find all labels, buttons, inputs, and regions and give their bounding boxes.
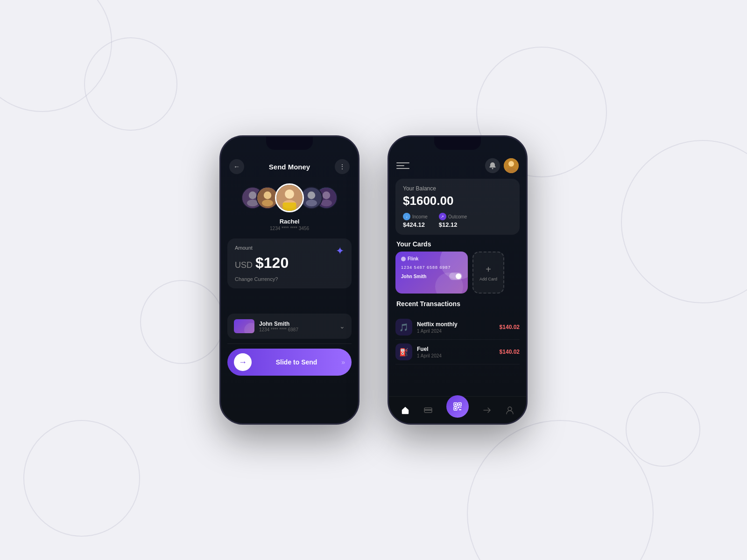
add-card-button[interactable]: + Add Card (472, 252, 504, 294)
balance-card: Your Balance $1600.00 ↓ Income $424.12 ↗… (395, 179, 520, 235)
brand-dot (401, 257, 406, 261)
svg-rect-21 (424, 409, 432, 411)
cards-row: Flink 1234 5487 6588 6987 John Smith + A… (389, 252, 526, 294)
svg-point-14 (323, 191, 331, 199)
txn-date-1: 1 April 2024 (417, 329, 458, 334)
svg-rect-30 (459, 409, 461, 410)
income-value: $424.12 (403, 221, 428, 228)
svg-point-18 (508, 161, 514, 167)
svg-point-15 (321, 200, 332, 207)
txn-icon-2: ⛽ (395, 343, 412, 360)
add-card-label: Add Card (479, 277, 497, 281)
svg-rect-9 (283, 203, 296, 211)
contact-account: 1234 **** **** 3456 (221, 226, 358, 231)
nav-qr-button[interactable] (446, 395, 469, 418)
card-selector-info: John Smith 1234 **** **** 6987 (259, 321, 298, 332)
outcome-value: $12.12 (439, 221, 467, 228)
transaction-item-1[interactable]: 🎵 Netflix monthly 1 April 2024 $140.02 (395, 315, 520, 340)
card-selector-left: John Smith 1234 **** **** 6987 (234, 319, 298, 333)
svg-point-1 (249, 191, 257, 199)
svg-rect-28 (458, 407, 459, 408)
transaction-item-2[interactable]: ⛽ Fuel 1 April 2024 $140.02 (395, 340, 520, 364)
phone-2: Your Balance $1600.00 ↓ Income $424.12 ↗… (388, 135, 528, 425)
avatar-svg (504, 158, 519, 173)
income-label: ↓ Income (403, 213, 428, 220)
back-button[interactable]: ← (229, 159, 244, 174)
cards-section-title: Your Cards (389, 238, 526, 252)
home-icon (401, 406, 410, 415)
menu-line-3 (396, 168, 409, 169)
card-icon (423, 406, 433, 415)
card-number: 1234 **** **** 6987 (259, 327, 298, 332)
menu-button[interactable] (396, 159, 409, 172)
card-selector[interactable]: John Smith 1234 **** **** 6987 ⌄ (227, 314, 352, 339)
contact-info: Rachel 1234 **** **** 3456 (221, 215, 358, 235)
chevron-down-icon: ⌄ (339, 322, 345, 330)
svg-point-16 (492, 168, 493, 169)
income-icon: ↓ (403, 213, 410, 220)
contact-avatar-center[interactable] (275, 183, 304, 212)
svg-rect-27 (455, 408, 456, 409)
card-toggle[interactable] (449, 273, 462, 280)
txn-amount-2: $140.02 (500, 349, 520, 355)
phone-1: ← Send Money ⋮ (219, 135, 359, 425)
svg-point-5 (262, 200, 273, 207)
menu-line-2 (396, 165, 404, 166)
txn-amount-1: $140.02 (500, 324, 520, 330)
nav-send[interactable] (482, 406, 492, 415)
svg-point-7 (285, 189, 294, 199)
balance-stats: ↓ Income $424.12 ↗ Outcome $12.12 (403, 213, 512, 228)
txn-date-2: 1 April 2024 (417, 353, 442, 358)
outcome-label: ↗ Outcome (439, 213, 467, 220)
txn-icon-1: 🎵 (395, 319, 412, 336)
nav-profile[interactable] (505, 406, 514, 415)
notification-button[interactable] (485, 158, 500, 173)
txn-name-1: Netflix monthly (417, 321, 458, 328)
svg-point-4 (264, 191, 272, 199)
menu-line-1 (396, 162, 409, 163)
slide-to-send-button[interactable]: → Slide to Send » (227, 349, 352, 376)
balance-amount: $1600.00 (403, 194, 512, 208)
slide-arrows-icon: » (341, 358, 345, 366)
amount-value: USD $120 (235, 254, 344, 272)
phone-1-header: ← Send Money ⋮ (221, 155, 358, 179)
qr-icon (452, 401, 463, 412)
amount-number: $120 (255, 254, 289, 272)
txn-left-2: ⛽ Fuel 1 April 2024 (395, 343, 442, 360)
transactions-list: 🎵 Netflix monthly 1 April 2024 $140.02 ⛽… (395, 315, 520, 364)
svg-point-12 (306, 200, 317, 207)
svg-rect-23 (455, 404, 456, 405)
user-avatar[interactable] (504, 158, 519, 173)
contact-name: Rachel (221, 218, 358, 225)
plus-icon: + (486, 264, 491, 275)
contact-face-svg-4 (301, 187, 322, 209)
send-icon (482, 406, 492, 415)
card-holder: John Smith (401, 274, 426, 279)
phone-2-header (389, 155, 526, 177)
slide-circle: → (234, 353, 252, 371)
mini-card-visual (234, 319, 254, 333)
svg-point-11 (308, 191, 316, 199)
nav-card[interactable] (423, 406, 433, 415)
nav-home[interactable] (401, 406, 410, 415)
more-button[interactable]: ⋮ (335, 159, 350, 174)
change-currency-link[interactable]: Change Currency? (235, 276, 344, 282)
svg-rect-25 (459, 404, 460, 405)
amount-label: Amount (235, 245, 344, 251)
credit-card[interactable]: Flink 1234 5487 6588 6987 John Smith (395, 252, 468, 294)
divider (227, 343, 352, 344)
svg-rect-29 (460, 407, 461, 408)
card-holder-name: John Smith (259, 321, 298, 327)
bell-icon (489, 162, 496, 169)
card-number-display: 1234 5487 6588 6987 (401, 265, 462, 270)
bottom-navigation (389, 396, 526, 423)
amount-currency: USD (235, 260, 253, 270)
phone-2-notch (434, 137, 481, 150)
toggle-knob (456, 273, 461, 279)
outcome-stat: ↗ Outcome $12.12 (439, 213, 467, 228)
contacts-row (221, 179, 358, 215)
txn-name-2: Fuel (417, 346, 442, 352)
slide-label: Slide to Send (252, 358, 341, 366)
outcome-icon: ↗ (439, 213, 446, 220)
balance-label: Your Balance (403, 185, 512, 192)
